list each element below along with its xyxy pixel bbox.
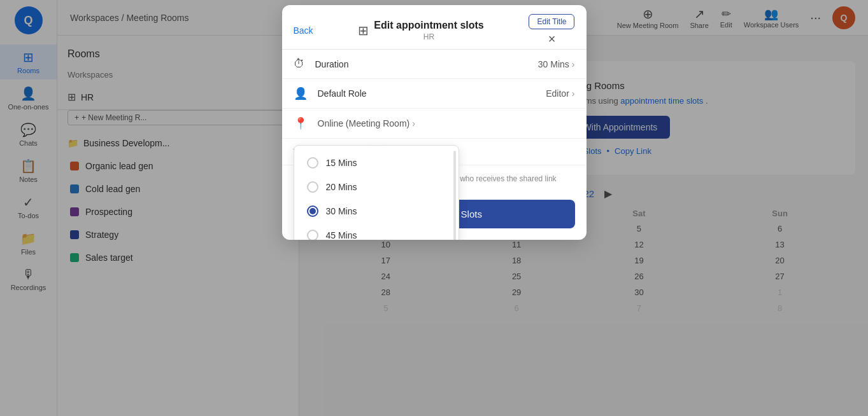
duration-label: Duration (315, 59, 349, 69)
close-icon[interactable]: × (548, 32, 556, 46)
role-arrow: › (572, 88, 575, 99)
option-20-label: 20 Mins (326, 182, 357, 192)
option-20-mins[interactable]: 20 Mins (294, 175, 459, 199)
option-45-mins[interactable]: 45 Mins (294, 223, 459, 240)
radio-45-mins (307, 230, 318, 240)
online-arrow: › (412, 118, 415, 128)
duration-row: ⏱ Duration 30 Mins › 15 Mins 20 Mins 30 … (282, 50, 587, 79)
duration-dropdown: 15 Mins 20 Mins 30 Mins 45 Mins 1 Hour 2… (294, 145, 459, 240)
online-icon: 📍 (294, 116, 308, 130)
edit-appointment-modal: Back ⊞ Edit appointment slots HR Edit Ti… (282, 5, 587, 240)
radio-30-mins (307, 205, 318, 217)
appointment-slots-icon: ⊞ (358, 23, 369, 38)
option-15-mins[interactable]: 15 Mins (294, 151, 459, 175)
radio-15-mins (307, 157, 318, 169)
option-30-label: 30 Mins (326, 206, 357, 216)
default-role-row: 👤 Default Role Editor › (282, 79, 587, 109)
option-15-label: 15 Mins (326, 158, 357, 168)
duration-arrow: › (572, 59, 575, 69)
modal-subtitle: HR (374, 32, 483, 41)
default-role-label: Default Role (318, 88, 367, 99)
modal-header-right: Edit Title × (529, 14, 574, 46)
online-row: 📍 Online (Meeting Room) › (282, 109, 587, 139)
modal-header: Back ⊞ Edit appointment slots HR Edit Ti… (282, 5, 587, 50)
modal-title: Edit appointment slots (374, 20, 483, 31)
option-45-label: 45 Mins (326, 230, 357, 240)
online-value-button[interactable]: Online (Meeting Room) › (318, 118, 415, 128)
edit-title-button[interactable]: Edit Title (529, 14, 574, 29)
back-button[interactable]: Back (294, 25, 313, 36)
duration-icon: ⏱ (294, 57, 305, 71)
option-30-mins[interactable]: 30 Mins (294, 199, 459, 223)
role-icon: 👤 (294, 87, 308, 101)
scrollbar (453, 151, 456, 240)
modal-title-area: ⊞ Edit appointment slots HR (358, 20, 483, 41)
default-role-value-button[interactable]: Editor › (546, 88, 574, 99)
duration-value-button[interactable]: 30 Mins › (538, 59, 575, 69)
radio-20-mins (307, 181, 318, 193)
dropdown-arrow (370, 145, 383, 146)
